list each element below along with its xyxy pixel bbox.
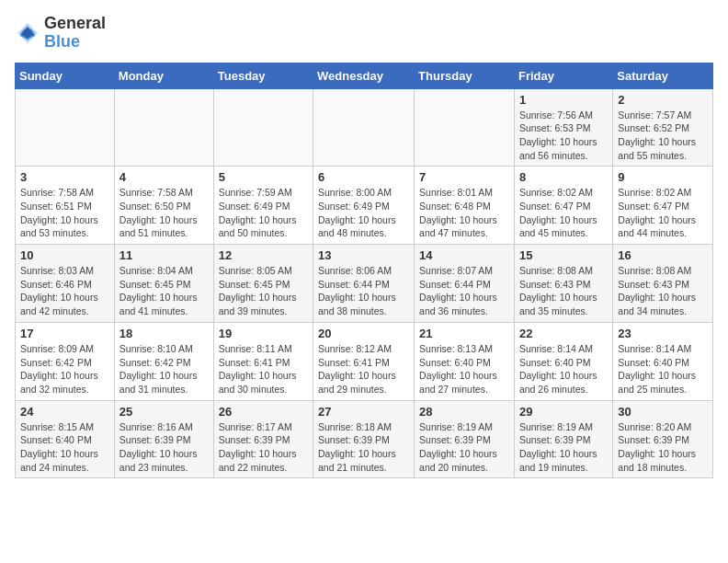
- calendar-cell: 27Sunrise: 8:18 AM Sunset: 6:39 PM Dayli…: [313, 400, 415, 478]
- day-info: Sunrise: 8:11 AM Sunset: 6:41 PM Dayligh…: [219, 342, 308, 396]
- calendar-cell: 28Sunrise: 8:19 AM Sunset: 6:39 PM Dayli…: [415, 400, 515, 478]
- day-info: Sunrise: 8:05 AM Sunset: 6:45 PM Dayligh…: [219, 264, 308, 318]
- calendar-cell: [415, 88, 515, 167]
- day-number: 6: [318, 170, 409, 184]
- day-number: 26: [219, 405, 308, 419]
- day-number: 22: [519, 327, 608, 340]
- calendar-cell: [114, 88, 213, 167]
- calendar-week-0: 1Sunrise: 7:56 AM Sunset: 6:53 PM Daylig…: [16, 88, 713, 167]
- calendar-cell: 8Sunrise: 8:02 AM Sunset: 6:47 PM Daylig…: [514, 167, 612, 245]
- day-info: Sunrise: 8:02 AM Sunset: 6:47 PM Dayligh…: [618, 186, 708, 240]
- calendar-cell: 16Sunrise: 8:08 AM Sunset: 6:43 PM Dayli…: [613, 245, 713, 323]
- calendar-cell: 11Sunrise: 8:04 AM Sunset: 6:45 PM Dayli…: [114, 245, 213, 323]
- calendar-week-3: 17Sunrise: 8:09 AM Sunset: 6:42 PM Dayli…: [16, 322, 713, 400]
- day-number: 14: [419, 248, 509, 262]
- calendar-cell: 18Sunrise: 8:10 AM Sunset: 6:42 PM Dayli…: [114, 322, 213, 400]
- day-info: Sunrise: 7:58 AM Sunset: 6:51 PM Dayligh…: [20, 186, 109, 240]
- calendar-cell: [313, 88, 415, 167]
- day-info: Sunrise: 8:12 AM Sunset: 6:41 PM Dayligh…: [318, 342, 409, 396]
- day-info: Sunrise: 8:03 AM Sunset: 6:46 PM Dayligh…: [20, 264, 109, 318]
- weekday-header-thursday: Thursday: [415, 63, 515, 88]
- day-info: Sunrise: 7:58 AM Sunset: 6:50 PM Dayligh…: [119, 186, 209, 240]
- calendar-cell: 3Sunrise: 7:58 AM Sunset: 6:51 PM Daylig…: [16, 167, 115, 245]
- day-number: 15: [519, 248, 608, 262]
- day-number: 20: [318, 327, 409, 340]
- day-info: Sunrise: 8:10 AM Sunset: 6:42 PM Dayligh…: [119, 342, 209, 396]
- day-info: Sunrise: 8:14 AM Sunset: 6:40 PM Dayligh…: [519, 342, 608, 396]
- logo: General Blue: [15, 15, 106, 52]
- weekday-header-tuesday: Tuesday: [213, 63, 313, 88]
- calendar-week-2: 10Sunrise: 8:03 AM Sunset: 6:46 PM Dayli…: [16, 245, 713, 323]
- calendar-cell: 1Sunrise: 7:56 AM Sunset: 6:53 PM Daylig…: [514, 88, 612, 167]
- day-info: Sunrise: 8:17 AM Sunset: 6:39 PM Dayligh…: [219, 420, 308, 475]
- day-info: Sunrise: 8:04 AM Sunset: 6:45 PM Dayligh…: [119, 264, 209, 318]
- calendar-cell: [16, 88, 115, 167]
- weekday-header-row: SundayMondayTuesdayWednesdayThursdayFrid…: [16, 63, 713, 88]
- calendar-cell: 15Sunrise: 8:08 AM Sunset: 6:43 PM Dayli…: [514, 245, 612, 323]
- calendar-cell: 25Sunrise: 8:16 AM Sunset: 6:39 PM Dayli…: [114, 400, 213, 478]
- calendar-cell: 29Sunrise: 8:19 AM Sunset: 6:39 PM Dayli…: [514, 400, 612, 478]
- weekday-header-friday: Friday: [514, 63, 612, 88]
- day-number: 19: [219, 327, 308, 340]
- day-info: Sunrise: 8:14 AM Sunset: 6:40 PM Dayligh…: [618, 342, 708, 396]
- calendar-cell: 7Sunrise: 8:01 AM Sunset: 6:48 PM Daylig…: [415, 167, 515, 245]
- calendar-cell: 20Sunrise: 8:12 AM Sunset: 6:41 PM Dayli…: [313, 322, 415, 400]
- day-info: Sunrise: 8:08 AM Sunset: 6:43 PM Dayligh…: [519, 264, 608, 318]
- day-number: 18: [119, 327, 209, 340]
- weekday-header-wednesday: Wednesday: [313, 63, 415, 88]
- calendar-cell: 10Sunrise: 8:03 AM Sunset: 6:46 PM Dayli…: [16, 245, 115, 323]
- day-number: 4: [119, 170, 209, 184]
- day-number: 7: [419, 170, 509, 184]
- calendar-cell: 21Sunrise: 8:13 AM Sunset: 6:40 PM Dayli…: [415, 322, 515, 400]
- day-info: Sunrise: 8:15 AM Sunset: 6:40 PM Dayligh…: [20, 420, 109, 475]
- day-info: Sunrise: 7:57 AM Sunset: 6:52 PM Dayligh…: [618, 109, 708, 163]
- day-info: Sunrise: 8:06 AM Sunset: 6:44 PM Dayligh…: [318, 264, 409, 318]
- day-info: Sunrise: 7:56 AM Sunset: 6:53 PM Dayligh…: [519, 109, 608, 163]
- calendar-cell: 2Sunrise: 7:57 AM Sunset: 6:52 PM Daylig…: [613, 88, 713, 167]
- day-info: Sunrise: 8:13 AM Sunset: 6:40 PM Dayligh…: [419, 342, 509, 396]
- day-number: 13: [318, 248, 409, 262]
- day-number: 21: [419, 327, 509, 340]
- calendar-cell: 13Sunrise: 8:06 AM Sunset: 6:44 PM Dayli…: [313, 245, 415, 323]
- day-number: 9: [618, 170, 708, 184]
- weekday-header-sunday: Sunday: [16, 63, 115, 88]
- calendar-cell: 14Sunrise: 8:07 AM Sunset: 6:44 PM Dayli…: [415, 245, 515, 323]
- day-number: 29: [519, 405, 608, 419]
- calendar-week-1: 3Sunrise: 7:58 AM Sunset: 6:51 PM Daylig…: [16, 167, 713, 245]
- day-number: 24: [20, 405, 109, 419]
- logo-text: General Blue: [44, 15, 106, 52]
- calendar-cell: 30Sunrise: 8:20 AM Sunset: 6:39 PM Dayli…: [613, 400, 713, 478]
- day-number: 23: [618, 327, 708, 340]
- calendar-cell: 5Sunrise: 7:59 AM Sunset: 6:49 PM Daylig…: [213, 167, 313, 245]
- page-header: General Blue: [15, 15, 713, 52]
- day-info: Sunrise: 7:59 AM Sunset: 6:49 PM Dayligh…: [219, 186, 308, 240]
- day-number: 17: [20, 327, 109, 340]
- calendar-cell: 17Sunrise: 8:09 AM Sunset: 6:42 PM Dayli…: [16, 322, 115, 400]
- day-info: Sunrise: 8:19 AM Sunset: 6:39 PM Dayligh…: [419, 420, 509, 475]
- day-number: 1: [519, 93, 608, 107]
- calendar-cell: [213, 88, 313, 167]
- calendar-cell: 23Sunrise: 8:14 AM Sunset: 6:40 PM Dayli…: [613, 322, 713, 400]
- day-info: Sunrise: 8:01 AM Sunset: 6:48 PM Dayligh…: [419, 186, 509, 240]
- day-number: 27: [318, 405, 409, 419]
- calendar-cell: 26Sunrise: 8:17 AM Sunset: 6:39 PM Dayli…: [213, 400, 313, 478]
- day-number: 12: [219, 248, 308, 262]
- day-info: Sunrise: 8:02 AM Sunset: 6:47 PM Dayligh…: [519, 186, 608, 240]
- day-info: Sunrise: 8:18 AM Sunset: 6:39 PM Dayligh…: [318, 420, 409, 475]
- day-info: Sunrise: 8:20 AM Sunset: 6:39 PM Dayligh…: [618, 420, 708, 475]
- calendar-cell: 12Sunrise: 8:05 AM Sunset: 6:45 PM Dayli…: [213, 245, 313, 323]
- day-number: 10: [20, 248, 109, 262]
- day-number: 2: [618, 93, 708, 107]
- calendar-cell: 9Sunrise: 8:02 AM Sunset: 6:47 PM Daylig…: [613, 167, 713, 245]
- day-number: 11: [119, 248, 209, 262]
- day-info: Sunrise: 8:00 AM Sunset: 6:49 PM Dayligh…: [318, 186, 409, 240]
- day-number: 8: [519, 170, 608, 184]
- day-info: Sunrise: 8:09 AM Sunset: 6:42 PM Dayligh…: [20, 342, 109, 396]
- calendar-body: 1Sunrise: 7:56 AM Sunset: 6:53 PM Daylig…: [16, 88, 713, 478]
- day-number: 16: [618, 248, 708, 262]
- day-info: Sunrise: 8:19 AM Sunset: 6:39 PM Dayligh…: [519, 420, 608, 475]
- calendar-header: SundayMondayTuesdayWednesdayThursdayFrid…: [16, 63, 713, 88]
- weekday-header-saturday: Saturday: [613, 63, 713, 88]
- day-number: 5: [219, 170, 308, 184]
- calendar-cell: 24Sunrise: 8:15 AM Sunset: 6:40 PM Dayli…: [16, 400, 115, 478]
